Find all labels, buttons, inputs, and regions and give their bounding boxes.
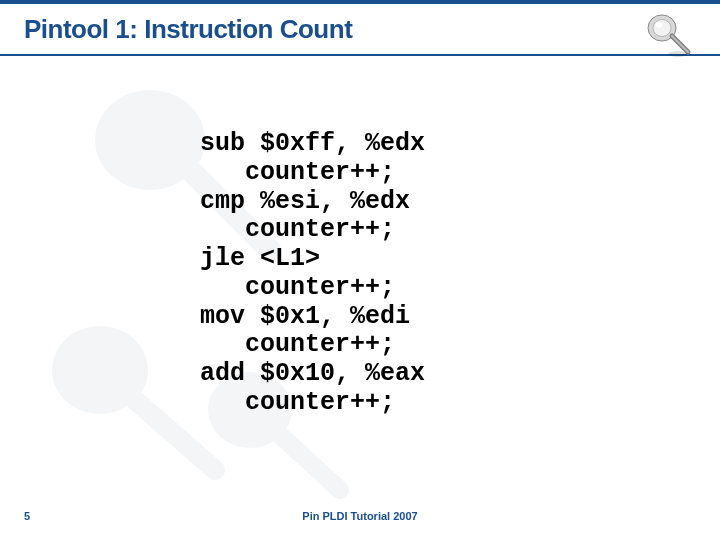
code-line: mov $0x1, %edi [200,302,410,331]
code-line: counter++; [200,215,395,244]
svg-point-3 [668,51,688,57]
code-listing: sub $0xff, %edx counter++; cmp %esi, %ed… [200,130,425,418]
footer-text: Pin PLDI Tutorial 2007 [0,510,720,522]
code-line: counter++; [200,158,395,187]
svg-point-1 [653,20,671,37]
title-bar: Pintool 1: Instruction Count [0,0,720,56]
code-line: cmp %esi, %edx [200,187,410,216]
svg-point-2 [656,22,662,27]
code-line: jle <L1> [200,244,320,273]
code-line: counter++; [200,273,395,302]
slide-title: Pintool 1: Instruction Count [24,14,696,45]
code-line: counter++; [200,330,395,359]
code-line: add $0x10, %eax [200,359,425,388]
code-line: counter++; [200,388,395,417]
pushpin-icon [642,6,698,62]
code-line: sub $0xff, %edx [200,129,425,158]
